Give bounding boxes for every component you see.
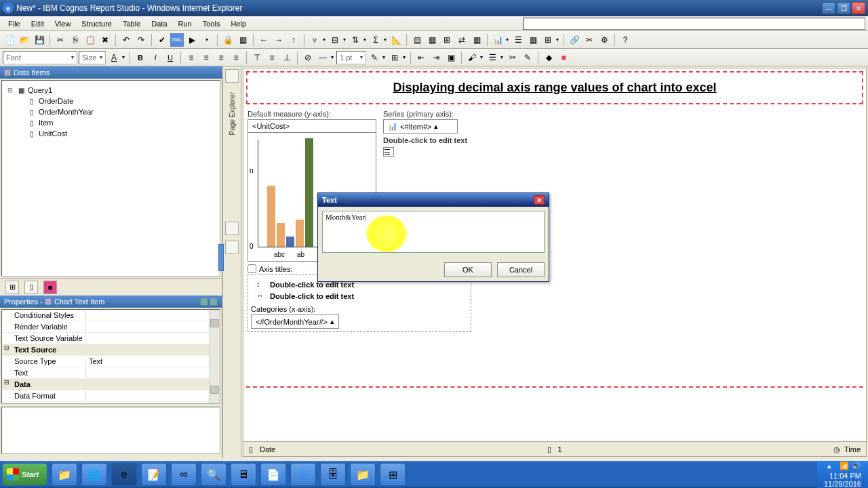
minimize-button[interactable]: — [822, 2, 835, 14]
task-search[interactable]: 🔍 [201, 463, 226, 486]
style-arrow-icon[interactable]: ▾ [499, 51, 505, 64]
tree-item[interactable]: ▯OrderDate [25, 96, 216, 106]
paste-icon[interactable]: 📋 [83, 33, 97, 47]
style-icon[interactable]: ☰ [486, 51, 499, 64]
list-icon[interactable]: ☰ [511, 33, 525, 47]
start-button[interactable]: Start [3, 464, 47, 485]
categories-field[interactable]: <#OrderMonthYear#> ▴ [251, 314, 339, 329]
task-chrome[interactable]: 🌐 [81, 463, 107, 486]
background-arrow-icon[interactable]: ▾ [479, 51, 484, 64]
forward-icon[interactable]: → [272, 33, 285, 47]
open-icon[interactable]: 📂 [18, 33, 31, 47]
scroll-up-icon[interactable] [210, 319, 219, 327]
cut-icon[interactable]: ✂ [54, 33, 67, 47]
align-left-icon[interactable]: ≡ [184, 51, 198, 64]
run-icon[interactable]: ▶ [185, 33, 199, 47]
crosstab-icon[interactable]: ▦ [526, 33, 540, 47]
task-ie[interactable]: e [111, 463, 137, 486]
y-axis-field[interactable]: <UnitCost> [248, 119, 376, 133]
properties-grid[interactable]: Conditional StylesRender VariableText So… [1, 309, 220, 404]
group-icon[interactable]: ▦ [425, 33, 439, 47]
align-right-icon[interactable]: ≡ [214, 51, 228, 64]
chart-arrow-icon[interactable]: ▾ [505, 33, 510, 47]
drill2-icon[interactable]: ✂ [583, 33, 596, 47]
all-borders-icon[interactable]: ⊞ [388, 51, 401, 64]
pane-close-icon[interactable] [210, 298, 218, 306]
tree-root[interactable]: ⊟ ▦ Query1 [6, 85, 216, 96]
data-items-tree[interactable]: ⊟ ▦ Query1 ▯OrderDate ▯OrderMonthYear ▯I… [1, 80, 220, 277]
ok-button[interactable]: OK [444, 262, 492, 277]
task-calc[interactable]: 🖥 [231, 463, 256, 486]
sort-arrow-icon[interactable]: ▾ [362, 33, 368, 47]
task-folder[interactable]: 📁 [350, 463, 376, 486]
all-borders-arrow-icon[interactable]: ▾ [401, 51, 407, 64]
padding-icon[interactable]: ▣ [444, 51, 458, 64]
chart-icon[interactable]: 📊 [491, 33, 505, 47]
table-arrow-icon[interactable]: ▾ [555, 33, 560, 47]
suppress-icon[interactable]: ⊟ [328, 33, 342, 47]
valign-bot-icon[interactable]: ⊥ [280, 51, 294, 64]
maximize-button[interactable]: ❐ [837, 2, 850, 14]
bold-icon[interactable]: B [134, 51, 147, 64]
property-row[interactable]: Conditional Styles [2, 310, 220, 321]
font-color-icon[interactable]: A [107, 51, 121, 64]
property-row[interactable]: Text Source Variable [2, 333, 220, 344]
headers-icon[interactable]: ▦ [236, 33, 250, 47]
page-explorer-icon[interactable] [225, 69, 239, 83]
menu-data[interactable]: Data [146, 18, 172, 29]
tray-net-icon[interactable]: 📶 [840, 462, 849, 471]
menu-structure[interactable]: Structure [76, 18, 117, 29]
section-icon[interactable]: ▤ [410, 33, 424, 47]
indent-in-icon[interactable]: ⇥ [429, 51, 443, 64]
up-icon[interactable]: ↑ [287, 33, 300, 47]
border-color-icon[interactable]: ✎ [368, 51, 381, 64]
undo-icon[interactable]: ↶ [119, 33, 133, 47]
font-color-arrow-icon[interactable]: ▾ [121, 51, 126, 64]
property-row[interactable]: Text [2, 367, 220, 379]
swap-icon[interactable]: ⇄ [455, 33, 469, 47]
scroll-down-icon[interactable] [210, 386, 219, 394]
delete-icon[interactable]: ✖ [98, 33, 112, 47]
valign-top-icon[interactable]: ⊤ [250, 51, 264, 64]
properties-scrollbar[interactable] [209, 310, 220, 403]
new-icon[interactable]: 📄 [3, 33, 16, 47]
tray-vol-icon[interactable]: 🔊 [852, 462, 861, 471]
insertable-icon[interactable]: ⊞ [5, 281, 19, 294]
no-border-icon[interactable]: ⊘ [301, 51, 315, 64]
border-width-combo[interactable]: 1 pt▾ [336, 51, 366, 64]
tree-item[interactable]: ▯Item [25, 117, 216, 128]
save-icon[interactable]: 💾 [33, 33, 46, 47]
calc-icon[interactable]: 📐 [389, 33, 403, 47]
property-row[interactable]: ⊟Text Source [2, 344, 220, 356]
toolbox-icon[interactable]: ■ [43, 281, 57, 294]
font-name-combo[interactable]: Font▾ [3, 51, 77, 64]
series-field[interactable]: 📊 <#Item#> ▴ [383, 119, 458, 134]
filter-icon[interactable]: ▿ [308, 33, 321, 47]
address-bar[interactable] [523, 18, 865, 30]
valign-mid-icon[interactable]: ≡ [265, 51, 279, 64]
border-style-icon[interactable]: — [316, 51, 330, 64]
menu-run[interactable]: Run [173, 18, 197, 29]
align-center-icon[interactable]: ≡ [199, 51, 213, 64]
apply-icon[interactable]: ✎ [521, 51, 534, 64]
xml-icon[interactable]: XML [170, 33, 184, 47]
property-row[interactable]: Render Variable [2, 321, 220, 333]
property-row[interactable]: ⊟Data [2, 379, 220, 390]
pickup-icon[interactable]: ✂ [506, 51, 519, 64]
conditional-icon[interactable]: ◆ [542, 51, 555, 64]
lock-icon[interactable]: 🔒 [221, 33, 235, 47]
italic-icon[interactable]: I [149, 51, 162, 64]
dialog-text-input[interactable] [322, 211, 545, 253]
report-title[interactable]: Displaying decimal axis range values of … [258, 78, 851, 98]
system-tray[interactable]: ▴ 📶 🔊 11:04 PM 11/29/2016 [817, 461, 868, 488]
page-header[interactable]: Displaying decimal axis range values of … [246, 71, 863, 104]
copy-icon[interactable]: ⎘ [68, 33, 82, 47]
property-row[interactable]: Data Format [2, 390, 220, 402]
border-color-arrow-icon[interactable]: ▾ [381, 51, 387, 64]
redo-icon[interactable]: ↷ [134, 33, 148, 47]
align-justify-icon[interactable]: ≡ [229, 51, 243, 64]
headers2-icon[interactable]: ▦ [470, 33, 484, 47]
dialog-titlebar[interactable]: Text ✕ [318, 193, 549, 207]
task-db[interactable]: 🗄 [320, 463, 346, 486]
task-notepad[interactable]: 📝 [141, 463, 167, 486]
